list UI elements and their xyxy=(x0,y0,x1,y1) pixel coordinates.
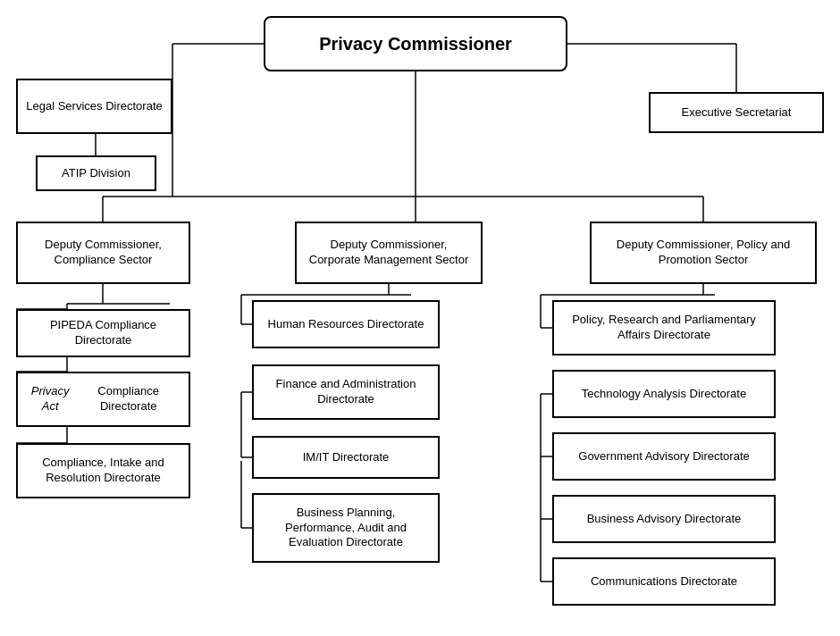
legal-services-box: Legal Services Directorate xyxy=(16,79,172,134)
government-advisory-box: Government Advisory Directorate xyxy=(552,432,776,481)
deputy-compliance-box: Deputy Commissioner, Compliance Sector xyxy=(16,222,190,284)
communications-box: Communications Directorate xyxy=(552,557,776,606)
atip-division-box: ATIP Division xyxy=(36,155,156,191)
deputy-corporate-box: Deputy Commissioner, Corporate Managemen… xyxy=(295,222,483,284)
imit-box: IM/IT Directorate xyxy=(252,436,440,479)
human-resources-box: Human Resources Directorate xyxy=(252,300,440,348)
policy-research-box: Policy, Research and Parliamentary Affai… xyxy=(552,300,776,356)
business-advisory-box: Business Advisory Directorate xyxy=(552,495,776,543)
technology-analysis-box: Technology Analysis Directorate xyxy=(552,370,776,418)
org-chart: Privacy Commissioner Legal Services Dire… xyxy=(0,0,840,636)
finance-admin-box: Finance and Administration Directorate xyxy=(252,364,440,420)
privacy-commissioner-box: Privacy Commissioner xyxy=(264,16,567,71)
compliance-intake-box: Compliance, Intake and Resolution Direct… xyxy=(16,443,190,498)
executive-secretariat-box: Executive Secretariat xyxy=(649,92,824,133)
deputy-policy-box: Deputy Commissioner, Policy and Promotio… xyxy=(590,222,817,284)
privacy-act-box: Privacy Act Compliance Directorate xyxy=(16,372,190,427)
business-planning-box: Business Planning, Performance, Audit an… xyxy=(252,493,440,563)
pipeda-box: PIPEDA Compliance Directorate xyxy=(16,309,190,357)
